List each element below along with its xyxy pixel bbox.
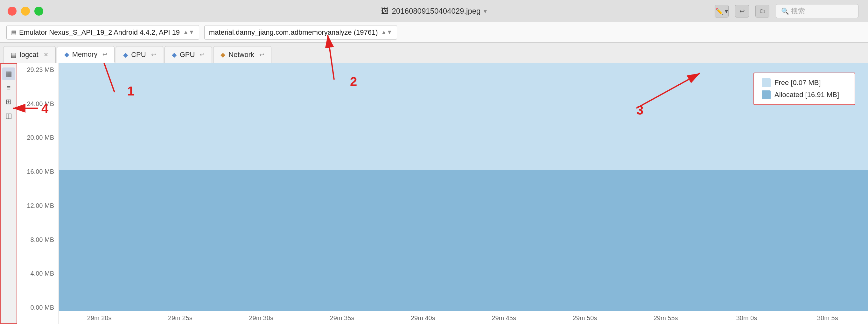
y-axis: 29.23 MB 24.00 MB 20.00 MB 16.00 MB 12.0… [17,63,59,324]
sidebar-item-grid[interactable]: ▦ [2,67,15,80]
tabs-bar: ▤ logcat ✕ ◆ Memory ↩ ◆ CPU ↩ ◆ GPU ↩ ◆ … [0,42,868,63]
x-label-9: 30m 5s [817,315,838,322]
file-icon: 🖼 [381,7,389,16]
titlebar: 🖼 20160809150404029.jpeg ▾ ✏️ ▾ ↩ 🗂 🔍 搜索 [0,0,868,22]
gpu-icon: ◆ [172,51,177,59]
tab-logcat-close[interactable]: ✕ [43,51,49,58]
device-dropdown-chevron: ▲▼ [183,29,194,36]
chart-area: 29.23 MB 24.00 MB 20.00 MB 16.00 MB 12.0… [17,63,868,324]
minimize-button[interactable] [21,7,30,16]
x-label-4: 29m 40s [411,315,435,322]
x-label-2: 29m 30s [249,315,273,322]
x-label-5: 29m 45s [492,315,516,322]
y-label-2: 20.00 MB [20,134,54,141]
process-dropdown[interactable]: material.danny_jiang.com.adbmemoryanalyz… [204,25,397,40]
close-button[interactable] [8,7,17,16]
allocated-bar [59,170,868,311]
x-axis: 29m 20s 29m 25s 29m 30s 29m 35s 29m 40s … [59,311,868,324]
legend-free: Free [0.07 MB] [762,78,847,87]
y-label-1: 24.00 MB [20,100,54,108]
chart-canvas: 29m 20s 29m 25s 29m 30s 29m 35s 29m 40s … [59,63,868,324]
chart-container: 29.23 MB 24.00 MB 20.00 MB 16.00 MB 12.0… [17,63,868,324]
x-label-3: 29m 35s [330,315,354,322]
legend-allocated: Allocated [16.91 MB] [762,90,847,99]
x-label-1: 29m 25s [168,315,192,322]
tab-memory-close[interactable]: ↩ [102,51,107,58]
titlebar-right: ✏️ ▾ ↩ 🗂 🔍 搜索 [715,4,859,18]
sidebar-item-list[interactable]: ≡ [2,82,15,94]
cpu-icon: ◆ [123,51,128,59]
y-label-6: 4.00 MB [20,270,54,277]
tab-gpu[interactable]: ◆ GPU ↩ [164,46,212,63]
process-dropdown-chevron: ▲▼ [381,29,392,36]
tab-logcat[interactable]: ▤ logcat ✕ [3,46,56,63]
tab-cpu[interactable]: ◆ CPU ↩ [116,46,163,63]
tab-network[interactable]: ◆ Network ↩ [213,46,271,63]
x-label-0: 29m 20s [87,315,112,322]
tab-memory[interactable]: ◆ Memory ↩ [57,46,115,63]
main-content: ▦ ≡ ⊞ ◫ 29.23 MB 24.00 MB 20.00 MB 16.00… [0,63,868,324]
back-button[interactable]: ↩ [735,5,749,18]
maximize-button[interactable] [34,7,43,16]
x-label-8: 30m 0s [736,315,757,322]
network-icon: ◆ [220,51,225,59]
y-label-0: 29.23 MB [20,66,54,73]
traffic-lights [8,7,43,16]
memory-icon: ◆ [64,51,69,58]
x-label-6: 29m 50s [573,315,597,322]
legend-allocated-color [762,90,771,99]
legend: Free [0.07 MB] Allocated [16.91 MB] [753,72,855,105]
x-label-7: 29m 55s [654,315,678,322]
free-bar [59,63,868,170]
y-label-4: 12.00 MB [20,202,54,209]
y-label-7: 0.00 MB [20,304,54,311]
device-dropdown[interactable]: ▤ Emulator Nexus_S_API_19_2 Android 4.4.… [6,25,199,40]
search-box[interactable]: 🔍 搜索 [776,4,859,18]
legend-free-color [762,78,771,87]
y-label-3: 16.00 MB [20,168,54,175]
sidebar: ▦ ≡ ⊞ ◫ [0,63,17,324]
window-title: 🖼 20160809150404029.jpeg ▾ [381,7,487,16]
share-button[interactable]: 🗂 [755,5,769,18]
tab-cpu-close[interactable]: ↩ [151,51,156,58]
tab-gpu-close[interactable]: ↩ [200,51,205,58]
dropdowns-bar: ▤ Emulator Nexus_S_API_19_2 Android 4.4.… [0,22,868,42]
logcat-icon: ▤ [10,51,17,59]
sidebar-item-layout[interactable]: ⊞ [2,95,15,108]
sidebar-item-panel[interactable]: ◫ [2,110,15,122]
y-label-5: 8.00 MB [20,236,54,243]
tab-network-close[interactable]: ↩ [259,51,264,58]
annotate-button[interactable]: ✏️ ▾ [715,5,728,18]
